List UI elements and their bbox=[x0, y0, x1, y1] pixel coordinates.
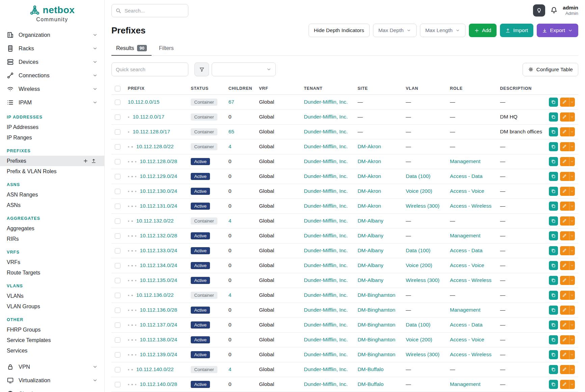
row-checkbox[interactable] bbox=[115, 174, 121, 180]
column-header-description[interactable]: DESCRIPTION bbox=[497, 82, 546, 95]
edit-dropdown-button[interactable] bbox=[569, 142, 575, 151]
add-button[interactable]: Add bbox=[469, 24, 497, 37]
sidebar-import-button[interactable] bbox=[89, 157, 98, 165]
prefix-link[interactable]: 10.112.134.0/24 bbox=[140, 262, 177, 268]
copy-button[interactable] bbox=[549, 335, 558, 344]
notifications-button[interactable] bbox=[550, 6, 558, 15]
edit-dropdown-button[interactable] bbox=[569, 98, 575, 107]
sidebar-item-aggregates[interactable]: Aggregates bbox=[0, 223, 104, 234]
row-checkbox[interactable] bbox=[115, 129, 121, 135]
vlan-link[interactable]: Data (100) bbox=[406, 173, 430, 179]
prefix-link[interactable]: 10.112.0.0/17 bbox=[133, 114, 164, 120]
copy-button[interactable] bbox=[549, 276, 558, 285]
tenant-link[interactable]: Dunder-Mifflin, Inc. bbox=[304, 366, 348, 372]
edit-dropdown-button[interactable] bbox=[569, 187, 575, 196]
edit-button[interactable] bbox=[560, 172, 569, 181]
copy-button[interactable] bbox=[549, 365, 558, 374]
tenant-link[interactable]: Dunder-Mifflin, Inc. bbox=[304, 114, 348, 120]
sidebar-add-button[interactable] bbox=[81, 157, 89, 165]
tenant-link[interactable]: Dunder-Mifflin, Inc. bbox=[304, 233, 348, 238]
max-depth-dropdown[interactable]: Max Depth bbox=[373, 24, 417, 37]
sidebar-item-devices[interactable]: Devices bbox=[0, 55, 104, 69]
tenant-link[interactable]: Dunder-Mifflin, Inc. bbox=[304, 129, 348, 134]
vlan-link[interactable]: Voice (200) bbox=[406, 337, 432, 342]
tenant-link[interactable]: Dunder-Mifflin, Inc. bbox=[304, 158, 348, 164]
sidebar-item-virtualization[interactable]: Virtualization bbox=[0, 373, 104, 387]
tenant-link[interactable]: Dunder-Mifflin, Inc. bbox=[304, 307, 348, 313]
tab-results[interactable]: Results 90 bbox=[111, 42, 152, 55]
column-header-vlan[interactable]: VLAN bbox=[402, 82, 447, 95]
export-button[interactable]: Export bbox=[537, 24, 578, 37]
row-checkbox[interactable] bbox=[115, 204, 121, 209]
children-count-link[interactable]: 4 bbox=[229, 143, 232, 149]
sidebar-item-services[interactable]: Services bbox=[0, 345, 104, 356]
row-checkbox[interactable] bbox=[115, 367, 121, 373]
edit-dropdown-button[interactable] bbox=[569, 365, 575, 374]
prefix-link[interactable]: 10.112.129.0/24 bbox=[140, 173, 177, 179]
row-checkbox[interactable] bbox=[115, 352, 121, 358]
prefix-link[interactable]: 10.112.139.0/24 bbox=[140, 351, 177, 357]
edit-button[interactable] bbox=[560, 380, 569, 389]
site-link[interactable]: DM-Albany bbox=[357, 277, 383, 283]
sidebar-item-racks[interactable]: Racks bbox=[0, 42, 104, 55]
tenant-link[interactable]: Dunder-Mifflin, Inc. bbox=[304, 381, 348, 387]
row-checkbox[interactable] bbox=[115, 114, 121, 120]
edit-button[interactable] bbox=[560, 187, 569, 196]
site-link[interactable]: DM-Buffalo bbox=[357, 366, 383, 372]
edit-button[interactable] bbox=[560, 231, 569, 240]
edit-dropdown-button[interactable] bbox=[569, 231, 575, 240]
configure-table-button[interactable]: Configure Table bbox=[523, 63, 578, 76]
role-link[interactable]: Access - Wireless bbox=[450, 203, 491, 209]
sidebar-item-wireless[interactable]: Wireless bbox=[0, 82, 104, 96]
vlan-link[interactable]: Data (100) bbox=[406, 247, 430, 253]
copy-button[interactable] bbox=[549, 380, 558, 389]
vlan-link[interactable]: Voice (200) bbox=[406, 188, 432, 194]
sidebar-item-vlan-groups[interactable]: VLAN Groups bbox=[0, 301, 104, 312]
edit-dropdown-button[interactable] bbox=[569, 320, 575, 330]
edit-dropdown-button[interactable] bbox=[569, 216, 575, 226]
sidebar-item-ipam[interactable]: IPAM bbox=[0, 96, 104, 109]
edit-dropdown-button[interactable] bbox=[569, 157, 575, 166]
edit-button[interactable] bbox=[560, 157, 569, 166]
prefix-link[interactable]: 10.112.130.0/24 bbox=[140, 188, 177, 194]
role-link[interactable]: Access - Data bbox=[450, 322, 482, 328]
tab-filters[interactable]: Filters bbox=[154, 42, 179, 55]
copy-button[interactable] bbox=[549, 320, 558, 330]
sidebar-item-service-templates[interactable]: Service Templates bbox=[0, 335, 104, 345]
site-link[interactable]: DM-Albany bbox=[357, 247, 383, 253]
edit-button[interactable] bbox=[560, 216, 569, 226]
prefix-link[interactable]: 10.112.140.0/22 bbox=[136, 366, 174, 372]
edit-dropdown-button[interactable] bbox=[569, 291, 575, 300]
sidebar-item-ip-addresses[interactable]: IP Addresses bbox=[0, 122, 104, 132]
row-checkbox[interactable] bbox=[115, 159, 121, 165]
site-link[interactable]: DM-Binghamton bbox=[357, 351, 395, 357]
row-checkbox[interactable] bbox=[115, 278, 121, 284]
tenant-link[interactable]: Dunder-Mifflin, Inc. bbox=[304, 277, 348, 283]
column-header-site[interactable]: SITE bbox=[354, 82, 402, 95]
tenant-link[interactable]: Dunder-Mifflin, Inc. bbox=[304, 337, 348, 342]
site-link[interactable]: DM-Binghamton bbox=[357, 292, 395, 298]
row-checkbox[interactable] bbox=[115, 337, 121, 343]
sidebar-item-prefixes[interactable]: Prefixes bbox=[0, 156, 104, 166]
edit-dropdown-button[interactable] bbox=[569, 127, 575, 136]
children-count-link[interactable]: 65 bbox=[229, 129, 234, 134]
role-link[interactable]: Access - Voice bbox=[450, 188, 484, 194]
edit-button[interactable] bbox=[560, 306, 569, 315]
prefix-link[interactable]: 10.112.132.0/28 bbox=[140, 233, 177, 238]
prefix-link[interactable]: 10.112.136.0/22 bbox=[136, 292, 174, 298]
select-all-checkbox[interactable] bbox=[115, 86, 121, 92]
site-link[interactable]: DM-Buffalo bbox=[357, 381, 383, 387]
column-header-tenant[interactable]: TENANT bbox=[300, 82, 354, 95]
role-link[interactable]: Access - Voice bbox=[450, 262, 484, 268]
role-link[interactable]: Access - Voice bbox=[450, 337, 484, 342]
role-link[interactable]: Management bbox=[450, 158, 480, 164]
role-link[interactable]: Access - Wireless bbox=[450, 351, 491, 357]
copy-button[interactable] bbox=[549, 306, 558, 315]
vlan-link[interactable]: Wireless (300) bbox=[406, 351, 440, 357]
row-checkbox[interactable] bbox=[115, 144, 121, 150]
column-header-vrf[interactable]: VRF bbox=[256, 82, 300, 95]
role-link[interactable]: Access - Data bbox=[450, 247, 482, 253]
tenant-link[interactable]: Dunder-Mifflin, Inc. bbox=[304, 218, 348, 224]
hide-depth-indicators-button[interactable]: Hide Depth Indicators bbox=[309, 24, 370, 37]
prefix-link[interactable]: 10.112.137.0/24 bbox=[140, 322, 177, 328]
